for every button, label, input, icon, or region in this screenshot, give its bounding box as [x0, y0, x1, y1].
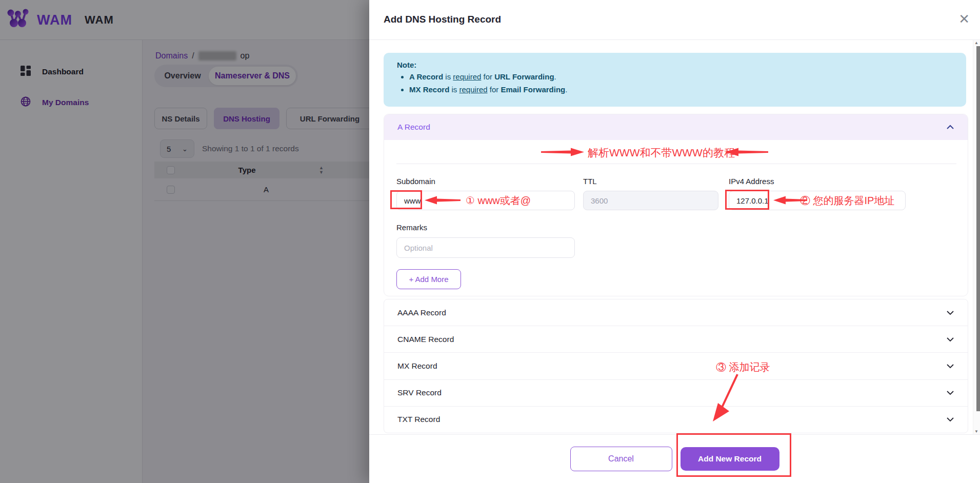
add-more-button[interactable]: + Add More	[396, 269, 461, 289]
chevron-down-icon	[946, 335, 954, 344]
subdomain-input[interactable]	[396, 191, 575, 210]
add-new-record-button[interactable]: Add New Record	[681, 447, 779, 471]
accordion-aaaa-record[interactable]: AAAA Record	[384, 299, 968, 326]
note-heading: Note:	[397, 61, 953, 69]
ttl-input	[583, 191, 718, 210]
accordion-label: CNAME Record	[397, 335, 454, 344]
ttl-label: TTL	[583, 177, 597, 186]
modal-scrollbar[interactable]: ▲ ▼	[973, 40, 980, 434]
ipv4-label: IPv4 Address	[729, 177, 774, 186]
note-bullet: MX Record is required for Email Forwardi…	[409, 84, 953, 95]
a-record-accordion-header[interactable]: A Record	[384, 114, 968, 140]
record-accordion-list: AAAA Record CNAME Record MX Record SRV R…	[384, 299, 968, 433]
remarks-input[interactable]	[396, 237, 575, 258]
subdomain-label: Subdomain	[396, 177, 435, 186]
modal-footer: Cancel Add New Record	[369, 434, 980, 483]
ipv4-input[interactable]	[729, 191, 906, 210]
modal-header: Add DNS Hosting Record ✕	[369, 0, 980, 40]
scrollbar-thumb[interactable]	[976, 46, 980, 411]
chevron-down-icon	[946, 361, 954, 371]
chevron-down-icon	[946, 415, 954, 424]
accordion-cname-record[interactable]: CNAME Record	[384, 326, 968, 352]
chevron-up-icon	[946, 123, 954, 132]
add-dns-record-modal: Add DNS Hosting Record ✕ Note: A Record …	[369, 0, 980, 483]
note-box: Note: A Record is required for URL Forwa…	[384, 53, 966, 107]
chevron-down-icon	[946, 388, 954, 397]
chevron-down-icon	[946, 308, 954, 317]
accordion-label: MX Record	[397, 361, 437, 371]
accordion-txt-record[interactable]: TXT Record	[384, 406, 968, 433]
close-icon[interactable]: ✕	[958, 11, 970, 27]
accordion-label: AAAA Record	[397, 308, 446, 317]
accordion-label: TXT Record	[397, 415, 440, 424]
note-bullet: A Record is required for URL Forwarding.	[409, 71, 953, 83]
modal-title: Add DNS Hosting Record	[384, 14, 501, 25]
accordion-srv-record[interactable]: SRV Record	[384, 379, 968, 406]
accordion-mx-record[interactable]: MX Record	[384, 352, 968, 379]
a-record-panel: A Record Subdomain TTL IPv4 Address Rema…	[384, 114, 968, 296]
remarks-label: Remarks	[396, 223, 427, 232]
cancel-button[interactable]: Cancel	[570, 447, 672, 471]
a-record-title: A Record	[397, 123, 430, 132]
accordion-label: SRV Record	[397, 388, 442, 397]
panel-divider	[396, 164, 956, 164]
scroll-down-arrow-icon[interactable]: ▼	[974, 429, 978, 434]
scroll-up-arrow-icon[interactable]: ▲	[974, 41, 978, 45]
